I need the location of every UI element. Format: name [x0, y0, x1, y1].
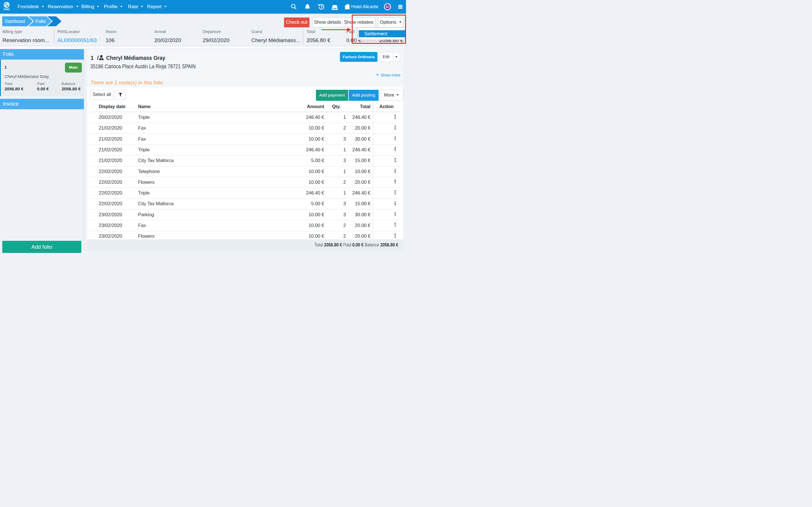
svg-text:PMS: PMS — [4, 8, 10, 11]
svg-text:AD: AD — [386, 5, 390, 8]
